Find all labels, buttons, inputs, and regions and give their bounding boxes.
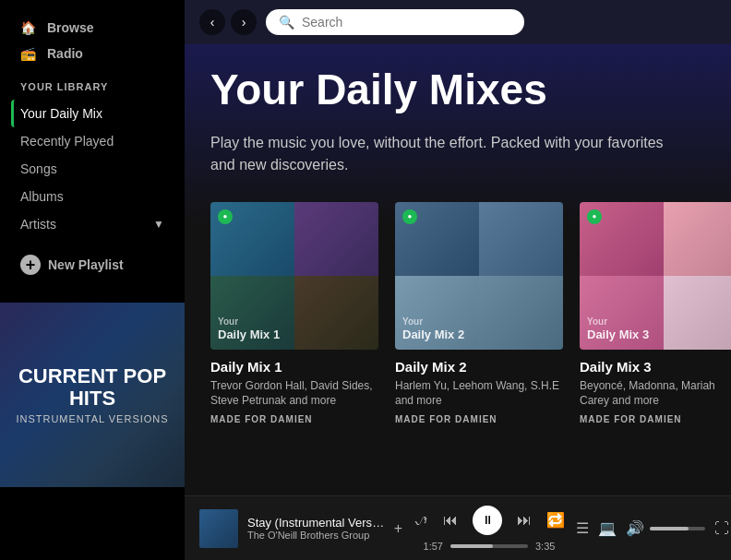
mix-cover-1: ● Your Daily Mix 1: [210, 202, 378, 350]
mix3-thumb-4: [664, 276, 731, 350]
home-icon: 🏠: [20, 20, 36, 35]
volume-icon[interactable]: 🔊: [626, 519, 644, 537]
track-artist: The O'Neill Brothers Group: [247, 530, 385, 541]
shuffle-button[interactable]: [413, 513, 428, 528]
volume-track[interactable]: [650, 527, 705, 530]
album-cover-text: CURRENT POP HITS Instrumental Versions: [0, 356, 185, 434]
sidebar-item-recently-played[interactable]: Recently Played: [11, 127, 174, 155]
album-subtitle: Instrumental Versions: [9, 413, 175, 424]
sidebar: 🏠 Browse 📻 Radio YOUR LIBRARY Your Daily…: [0, 0, 185, 560]
previous-button[interactable]: ⏮: [443, 512, 458, 529]
mix-title-2: Daily Mix 2: [395, 359, 563, 375]
content-area: Your Daily Mixes Play the music you love…: [185, 44, 731, 495]
sidebar-album-cover[interactable]: CURRENT POP HITS Instrumental Versions: [0, 303, 185, 487]
sidebar-item-songs[interactable]: Songs: [11, 155, 174, 183]
progress-fill: [450, 544, 493, 548]
sidebar-top: 🏠 Browse 📻 Radio YOUR LIBRARY Your Daily…: [0, 0, 185, 292]
mix2-thumb-2: [479, 202, 563, 276]
mix-overlay-1: Your Daily Mix 1: [218, 316, 280, 342]
sidebar-item-daily-mix[interactable]: Your Daily Mix: [11, 100, 174, 127]
mix3-thumb-2: [664, 202, 731, 276]
next-button[interactable]: ⏭: [517, 512, 532, 529]
playback-bar: Stay (Instrumental Version) The O'Neill …: [185, 495, 731, 560]
playback-controls: ⏮ ⏸ ⏭ 🔁 1:57 3:35: [413, 506, 565, 552]
chevron-down-icon: ▼: [153, 218, 164, 231]
mix1-thumb-4: [294, 276, 378, 350]
track-info: Stay (Instrumental Version) The O'Neill …: [199, 509, 402, 548]
radio-icon: 📻: [20, 46, 36, 61]
back-button[interactable]: ‹: [199, 9, 225, 35]
pause-button[interactable]: ⏸: [473, 506, 502, 535]
made-for-2: MADE FOR DAMIEN: [395, 414, 563, 424]
mix-overlay-2: Your Daily Mix 2: [402, 316, 464, 342]
mix-card-1[interactable]: ● Your Daily Mix 1 Daily Mix 1 Trevor Go…: [210, 202, 378, 425]
right-controls: ☰ 💻 🔊 ⛶: [576, 519, 729, 537]
page-title: Your Daily Mixes: [210, 66, 705, 113]
mix1-thumb-2: [294, 202, 378, 276]
mix-card-3[interactable]: ● Your Daily Mix 3 Daily Mix 3 Beyoncé, …: [580, 202, 731, 425]
plus-icon: +: [20, 255, 41, 275]
main-content: ‹ › 🔍 Your Daily Mixes Play the music yo…: [185, 0, 731, 560]
sidebar-item-albums[interactable]: Albums: [11, 183, 174, 210]
spotify-icon-mix2: ●: [402, 209, 417, 224]
mix2-thumb-4: [479, 276, 563, 350]
fullscreen-button[interactable]: ⛶: [714, 520, 729, 537]
made-for-1: MADE FOR DAMIEN: [210, 414, 378, 424]
mix-cover-2: ● Your Daily Mix 2: [395, 202, 563, 350]
sidebar-item-radio[interactable]: 📻 Radio: [11, 41, 174, 66]
made-for-3: MADE FOR DAMIEN: [580, 414, 731, 424]
queue-button[interactable]: ☰: [576, 519, 589, 537]
mix-overlay-3: Your Daily Mix 3: [587, 316, 649, 342]
progress-bar-row: 1:57 3:35: [413, 541, 565, 552]
library-section-label: YOUR LIBRARY: [11, 66, 174, 100]
sidebar-item-browse[interactable]: 🏠 Browse: [11, 15, 174, 41]
mix-artists-3: Beyoncé, Madonna, Mariah Carey and more: [580, 378, 731, 410]
volume-bar: 🔊: [626, 519, 705, 537]
progress-track[interactable]: [450, 544, 528, 548]
volume-fill: [650, 527, 689, 530]
add-to-library-button[interactable]: +: [394, 520, 402, 537]
mix-title-1: Daily Mix 1: [210, 359, 378, 375]
repeat-button[interactable]: 🔁: [546, 511, 565, 529]
mix-artists-2: Harlem Yu, Leehom Wang, S.H.E and more: [395, 378, 563, 410]
page-description: Play the music you love, without the eff…: [210, 132, 672, 176]
forward-button[interactable]: ›: [231, 9, 257, 35]
track-text: Stay (Instrumental Version) The O'Neill …: [247, 516, 385, 541]
mix-card-2[interactable]: ● Your Daily Mix 2 Daily Mix 2 Harlem Yu…: [395, 202, 563, 425]
spotify-icon-mix1: ●: [218, 209, 233, 224]
nav-arrows: ‹ ›: [199, 9, 257, 35]
album-title: CURRENT POP HITS: [9, 365, 175, 410]
search-bar[interactable]: 🔍: [266, 9, 524, 35]
spotify-icon-mix3: ●: [587, 209, 602, 224]
search-icon: 🔍: [279, 15, 294, 30]
mix-artists-1: Trevor Gordon Hall, David Sides, Steve P…: [210, 378, 378, 410]
track-name: Stay (Instrumental Version): [247, 516, 385, 530]
current-time: 1:57: [413, 541, 443, 552]
new-playlist-button[interactable]: + New Playlist: [11, 245, 174, 284]
track-thumbnail: [199, 509, 238, 548]
mix-title-3: Daily Mix 3: [580, 359, 731, 375]
sidebar-item-artists[interactable]: Artists ▼: [11, 210, 174, 238]
search-input[interactable]: [302, 15, 505, 30]
mixes-grid: ● Your Daily Mix 1 Daily Mix 1 Trevor Go…: [210, 202, 705, 425]
control-buttons: ⏮ ⏸ ⏭ 🔁: [413, 506, 565, 535]
devices-button[interactable]: 💻: [598, 519, 617, 537]
top-bar: ‹ › 🔍: [185, 0, 731, 44]
total-time: 3:35: [535, 541, 565, 552]
mix-cover-3: ● Your Daily Mix 3: [580, 202, 731, 350]
